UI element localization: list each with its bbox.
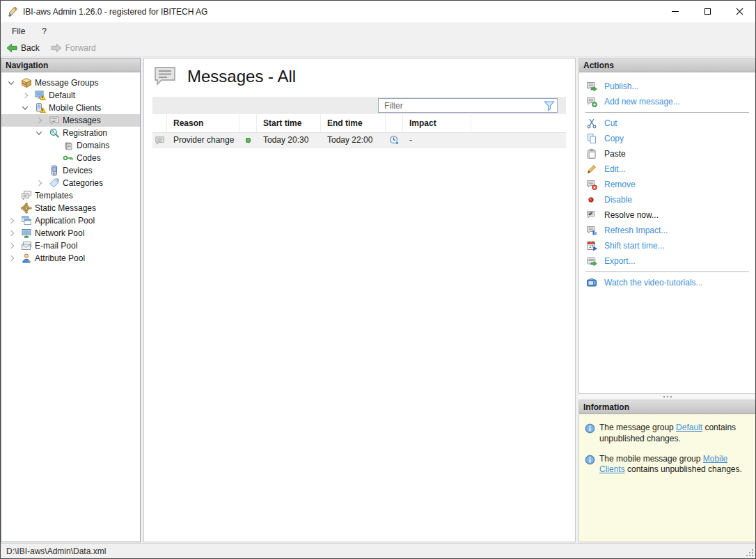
filter-box [378,98,558,113]
action-remove[interactable]: Remove [579,177,755,192]
tree-item-domains[interactable]: Domains [1,139,140,152]
action-disable[interactable]: Disable [579,192,755,207]
tree-item-application-pool[interactable]: Application Pool [1,214,140,227]
app-window: IBI-aws Admin 1.26.0 - registered for IB… [0,0,756,559]
panel-splitter[interactable] [578,394,756,400]
chevron-down-icon[interactable] [21,106,35,110]
table-row[interactable]: Provider change Today 20:30 Today 22:00 … [152,133,566,148]
column-end-time[interactable]: End time [321,114,386,132]
action-copy[interactable]: Copy [579,131,755,146]
cell-reason: Provider change [167,133,239,147]
remove-icon [586,179,597,190]
window-title: IBI-aws Admin 1.26.0 - registered for IB… [23,7,207,17]
tv-icon [586,277,597,288]
chevron-right-icon[interactable] [21,93,35,97]
message-groups-icon [21,77,32,88]
envelope-icon [21,240,32,251]
menu-file[interactable]: File [12,26,25,36]
column-start-time[interactable]: Start time [257,114,321,132]
refresh-impact-icon [586,225,597,236]
chevron-down-icon[interactable] [35,131,49,135]
column-reason[interactable]: Reason [167,114,239,132]
tree-item-templates[interactable]: Templates [1,189,140,202]
column-impact-icon[interactable] [386,114,403,132]
minimize-icon [672,11,679,12]
impact-clock-icon [389,135,400,145]
action-resolve-now[interactable]: Resolve now... [579,207,755,223]
scissors-icon [586,118,597,129]
copy-icon [586,133,597,144]
disable-red-dot-icon [586,194,597,205]
tree-item-message-groups[interactable]: Message Groups [1,77,140,89]
message-bubble-icon [155,135,165,145]
chevron-down-icon[interactable] [7,81,21,85]
page-title: Messages - All [187,67,296,86]
back-button[interactable]: Back [6,42,40,54]
tag-icon [49,178,60,189]
actions-header: Actions [579,58,755,72]
link-default[interactable]: Default [676,423,702,432]
information-panel: Information The message group Default co… [578,400,756,542]
action-refresh-impact[interactable]: Refresh Impact... [579,223,755,238]
information-header: Information [579,400,755,414]
chevron-right-icon[interactable] [7,231,21,235]
tree-item-default[interactable]: Default [1,89,140,102]
forward-label: Forward [65,43,96,53]
tree-item-devices[interactable]: Devices [1,164,140,177]
navigation-header: Navigation [1,58,140,72]
chevron-right-icon[interactable] [7,219,21,223]
status-file-path: D:\IBI-aws\Admin\Data.xml [6,546,106,556]
network-monitor-icon [21,228,32,239]
tree-item-messages[interactable]: Messages [1,114,140,127]
tree-item-categories[interactable]: Categories [1,177,140,189]
forward-arrow-icon [51,42,62,54]
navigation-tree: Message Groups Default Mobile Clients Me… [1,72,140,265]
action-edit[interactable]: Edit... [579,162,755,177]
action-paste[interactable]: Paste [579,146,755,162]
message-bubble-icon [49,115,60,126]
action-cut[interactable]: Cut [579,116,755,131]
tree-item-registration[interactable]: Registration [1,127,140,139]
chevron-right-icon[interactable] [35,181,49,185]
filter-input[interactable] [379,99,557,112]
forward-button[interactable]: Forward [51,42,96,54]
menu-help[interactable]: ? [42,26,47,36]
actions-separator [585,112,749,113]
maximize-button[interactable] [691,1,723,22]
tree-item-attribute-pool[interactable]: Attribute Pool [1,252,140,265]
column-impact[interactable]: Impact [403,114,471,132]
tree-item-static-messages[interactable]: Static Messages [1,202,140,214]
actions-separator [585,271,749,272]
tree-item-email-pool[interactable]: E-mail Pool [1,239,140,252]
status-green-icon [246,138,251,143]
minimize-button[interactable] [659,1,691,22]
maximize-icon [704,8,711,15]
column-status[interactable] [239,114,257,132]
export-icon [586,255,597,267]
chevron-right-icon[interactable] [35,118,49,123]
registration-icon [49,127,60,139]
action-publish[interactable]: Publish... [579,79,755,94]
action-shift-start-time[interactable]: Shift start time... [579,238,755,253]
tree-item-codes[interactable]: Codes [1,152,140,164]
gear-icon [21,203,32,214]
filter-funnel-icon[interactable] [544,100,555,111]
info-item: The mobile message group Mobile Clients … [585,454,750,476]
status-bar: D:\IBI-aws\Admin\Data.xml [1,543,755,558]
action-watch-video-tutorials[interactable]: Watch the video-tutorials... [579,275,755,290]
app-icon [7,6,18,17]
screen-warning-icon [35,90,46,101]
close-button[interactable] [723,1,755,22]
info-icon [585,423,595,434]
action-add-new-message[interactable]: Add new message... [579,94,755,109]
chevron-right-icon[interactable] [7,244,21,248]
tree-item-mobile-clients[interactable]: Mobile Clients [1,102,140,114]
tree-item-network-pool[interactable]: Network Pool [1,227,140,239]
column-icon[interactable] [152,114,167,132]
resize-grip-icon[interactable] [746,549,754,557]
info-text: The mobile message group Mobile Clients … [599,454,747,476]
phone-icon [49,165,60,176]
chevron-right-icon[interactable] [7,256,21,260]
action-export[interactable]: Export... [579,253,755,269]
calendar-icon [586,240,597,251]
